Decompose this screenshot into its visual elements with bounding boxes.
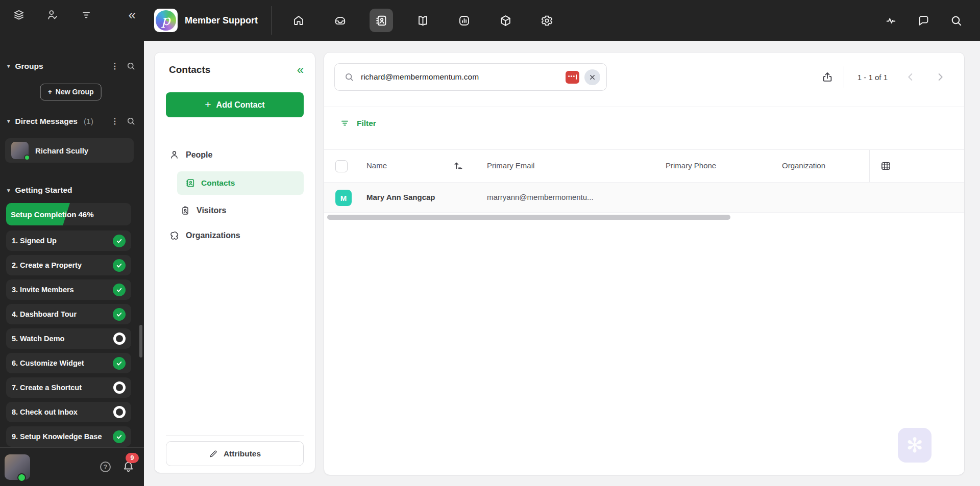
password-manager-icon[interactable]: ••• [566, 71, 579, 84]
list-toolbar: 1 - 1 of 1 [821, 63, 950, 91]
menu-item-contacts-active[interactable]: Contacts [177, 171, 304, 195]
online-status-dot [24, 155, 30, 161]
step-setup-knowledge-base[interactable]: 9. Setup Knowledge Base [6, 426, 131, 447]
toolbar-divider [844, 66, 844, 88]
circle-icon [113, 381, 126, 394]
notification-badge[interactable]: 9 [126, 453, 139, 463]
visitor-badge-icon [180, 206, 190, 216]
contacts-main-panel: ••• 1 - 1 of 1 Filter Name Primary Email [324, 52, 965, 475]
plus-icon: + [48, 88, 52, 96]
dm-item-richard-scully[interactable]: Richard Scully [5, 138, 134, 163]
filter-lines-icon[interactable] [80, 8, 93, 21]
step-signed-up[interactable]: 1. Signed Up [6, 231, 131, 251]
next-page-button[interactable] [930, 71, 950, 83]
step-check-out-inbox[interactable]: 8. Check out Inbox [6, 402, 131, 422]
groups-section-header: ▾ Groups ⋮ [7, 61, 136, 71]
section-divider [324, 107, 964, 107]
nav-integrations-icon[interactable] [494, 9, 517, 32]
logo-art: p [156, 10, 176, 31]
current-user-avatar[interactable] [5, 454, 30, 480]
add-contact-label: Add Contact [216, 100, 265, 110]
menu-item-people[interactable]: People [169, 149, 304, 160]
groups-search-icon[interactable] [126, 61, 136, 71]
filter-icon [339, 118, 350, 129]
left-sidebar: « ▾ Groups ⋮ + New Group ▾ Direct Messag… [0, 0, 144, 486]
groups-menu-icon[interactable]: ⋮ [109, 61, 121, 71]
step-create-property[interactable]: 2. Create a Property [6, 255, 131, 275]
add-contact-button[interactable]: + Add Contact [166, 92, 304, 117]
contact-card-icon [185, 178, 195, 188]
step-watch-demo[interactable]: 5. Watch Demo [6, 328, 131, 349]
primary-navigation [287, 9, 558, 32]
dm-contact-name: Richard Scully [35, 146, 88, 155]
user-check-icon[interactable] [46, 8, 59, 21]
panel-collapse-icon[interactable]: « [297, 64, 304, 76]
new-group-label: New Group [56, 88, 94, 96]
setup-completion-label: Setup Completion 46% [6, 210, 94, 219]
nav-knowledge-base-icon[interactable] [411, 9, 434, 32]
menu-label-people: People [186, 150, 212, 160]
step-invite-members[interactable]: 3. Invite Members [6, 279, 131, 300]
groups-label: Groups [15, 62, 43, 71]
attributes-label: Attributes [224, 449, 261, 458]
help-icon[interactable]: ? [100, 462, 111, 472]
panel-divider [166, 435, 304, 436]
plus-icon: + [205, 99, 211, 110]
activity-icon[interactable] [885, 14, 897, 27]
menu-label-visitors: Visitors [197, 206, 226, 215]
menu-item-visitors[interactable]: Visitors [180, 206, 304, 216]
header-divider [271, 6, 272, 35]
organizations-icon [169, 230, 180, 241]
direct-messages-menu-icon[interactable]: ⋮ [109, 116, 121, 126]
workspace-logo[interactable]: p [154, 9, 178, 32]
nav-settings-icon[interactable] [535, 9, 558, 32]
nav-contacts-icon[interactable] [370, 9, 393, 32]
chat-icon[interactable] [917, 14, 930, 27]
column-settings-icon[interactable] [880, 160, 892, 172]
direct-messages-search-icon[interactable] [126, 116, 136, 126]
getting-started-section-header: ▾ Getting Started [7, 186, 136, 195]
circle-icon [113, 332, 126, 345]
new-group-button[interactable]: + New Group [40, 84, 102, 100]
caret-down-icon[interactable]: ▾ [7, 118, 10, 124]
column-header-organization[interactable]: Organization [782, 161, 825, 170]
clear-search-button[interactable] [584, 69, 600, 85]
nav-inbox-icon[interactable] [328, 9, 352, 32]
table-header: Name Primary Email Primary Phone Organiz… [324, 149, 964, 183]
filter-label: Filter [357, 119, 376, 128]
layers-icon[interactable] [12, 8, 26, 21]
caret-down-icon[interactable]: ▾ [7, 63, 10, 69]
caret-down-icon[interactable]: ▾ [7, 187, 10, 194]
menu-label-contacts: Contacts [201, 178, 235, 188]
contacts-panel: Contacts « + Add Contact People Contacts… [154, 52, 315, 473]
step-dashboard-tour[interactable]: 4. Dashboard Tour [6, 304, 131, 324]
attributes-button[interactable]: Attributes [166, 441, 304, 466]
chat-widget-bubble[interactable]: ✻ [898, 428, 932, 463]
previous-page-button[interactable] [901, 71, 920, 83]
nav-home-icon[interactable] [287, 9, 310, 32]
search-input[interactable] [361, 72, 566, 82]
menu-item-organizations[interactable]: Organizations [169, 230, 304, 241]
menu-label-organizations: Organizations [186, 231, 240, 240]
select-all-checkbox[interactable] [335, 160, 348, 172]
getting-started-label: Getting Started [15, 186, 72, 195]
horizontal-scrollbar[interactable] [327, 215, 730, 220]
top-header: p Member Support [144, 0, 980, 41]
sidebar-collapse-icon[interactable]: « [129, 8, 136, 21]
panel-title: Contacts [169, 64, 210, 75]
filter-button[interactable]: Filter [339, 118, 376, 129]
person-icon [169, 149, 180, 160]
column-header-primary-email[interactable]: Primary Email [487, 161, 534, 170]
export-icon[interactable] [821, 71, 834, 83]
column-header-primary-phone[interactable]: Primary Phone [666, 161, 716, 170]
sidebar-scrollbar[interactable] [139, 325, 142, 357]
sort-ascending-icon[interactable] [453, 160, 464, 171]
nav-reports-icon[interactable] [452, 9, 476, 32]
step-create-shortcut[interactable]: 7. Create a Shortcut [6, 377, 131, 398]
avatar [11, 142, 29, 159]
step-customize-widget[interactable]: 6. Customize Widget [6, 353, 131, 373]
table-row[interactable]: M Mary Ann Sangcap marryann@membermoment… [324, 183, 964, 213]
check-icon [113, 235, 126, 247]
search-icon[interactable] [950, 14, 963, 27]
column-header-name[interactable]: Name [366, 161, 387, 170]
